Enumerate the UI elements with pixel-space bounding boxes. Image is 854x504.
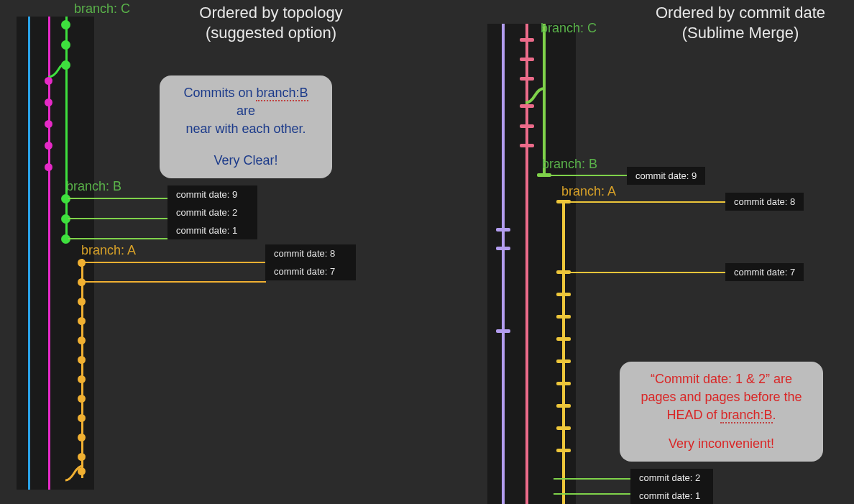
r-leader-8 (569, 201, 725, 203)
tick-pink-6 (520, 144, 534, 147)
tick-yellow-3 (556, 293, 571, 296)
right-callout-l2: pages and pages before the (633, 388, 810, 406)
right-branch-b: branch: B (542, 157, 597, 172)
left-commit-2: commit date: 2 (167, 203, 257, 221)
tick-pink-2 (520, 58, 534, 61)
dot-orange-6 (78, 356, 86, 364)
left-callout-line2: near with each other. (173, 120, 319, 138)
leader-b-9 (68, 198, 169, 199)
left-title: Ordered by topology (suggested option) (178, 3, 364, 42)
dot-green-b3 (61, 234, 70, 244)
left-commit-9: commit date: 9 (167, 185, 257, 203)
left-branch-b: branch: B (66, 179, 121, 194)
dot-orange-5 (78, 336, 86, 344)
tick-yellow-9 (556, 426, 571, 430)
leader-a-7 (84, 281, 266, 283)
right-line-purple (502, 24, 505, 504)
left-callout-line3: Very Clear! (173, 152, 319, 170)
tick-yellow-7 (556, 382, 571, 385)
dot-orange-11 (78, 453, 86, 461)
left-commit-7: commit date: 7 (265, 262, 356, 280)
r-leader-2 (554, 478, 631, 480)
right-commit-8: commit date: 8 (725, 193, 804, 211)
left-branch-c: branch: C (74, 1, 130, 17)
dot-orange-9 (78, 414, 86, 422)
leader-b-2 (68, 218, 169, 219)
left-line-magenta (48, 17, 50, 490)
right-callout-l4: Very inconvenient! (633, 435, 810, 453)
left-line-green (65, 17, 68, 239)
dot-green-b2 (61, 214, 70, 224)
left-line-orange (81, 259, 83, 478)
left-title-line2: (suggested option) (178, 23, 364, 43)
dot-orange-1 (78, 259, 86, 267)
dot-magenta-3 (45, 120, 52, 128)
leader-a-8 (84, 262, 266, 263)
right-commit-2: commit date: 2 (630, 469, 713, 487)
dot-green-3 (61, 60, 70, 70)
tick-yellow-5 (556, 337, 571, 341)
tick-purple-2 (496, 247, 510, 250)
dot-orange-3 (78, 298, 86, 306)
left-commit-8: commit date: 8 (265, 244, 356, 262)
right-line-yellow (562, 200, 565, 504)
dot-magenta-5 (45, 163, 52, 171)
right-title-line1: Ordered by commit date (640, 3, 841, 23)
dot-orange-2 (78, 278, 86, 286)
dot-magenta-4 (45, 142, 52, 150)
left-a-commits: commit date: 8 commit date: 7 (265, 244, 356, 280)
right-title: Ordered by commit date (Sublime Merge) (640, 3, 841, 42)
r-leader-9 (549, 175, 627, 176)
tick-yellow-4 (556, 315, 571, 319)
dot-green-head (61, 20, 70, 29)
right-title-line2: (Sublime Merge) (640, 23, 841, 43)
right-commit-21: commit date: 2 commit date: 1 (630, 469, 713, 504)
left-line-blue (28, 17, 30, 490)
dot-orange-10 (78, 434, 86, 441)
left-commit-1: commit date: 1 (167, 221, 257, 239)
leader-b-1 (68, 238, 169, 239)
right-branch-c: branch: C (541, 21, 597, 36)
tick-yellow-10 (556, 449, 571, 452)
tick-pink-4 (520, 104, 534, 108)
right-callout: “Commit date: 1 & 2” are pages and pages… (620, 362, 823, 462)
tick-pink-3 (520, 77, 534, 81)
dot-green-b1 (61, 194, 70, 203)
right-green-merge (525, 88, 546, 104)
right-commit-1: commit date: 1 (630, 487, 713, 504)
r-leader-1 (554, 493, 631, 495)
dot-magenta-1 (45, 77, 52, 85)
left-callout: Commits on branch:B are near with each o… (160, 75, 332, 178)
left-branch-a: branch: A (81, 243, 136, 258)
right-branch-a: branch: A (561, 184, 616, 199)
right-commit-7: commit date: 7 (725, 263, 804, 281)
r-leader-7 (569, 272, 725, 273)
dot-orange-8 (78, 395, 86, 403)
left-title-line1: Ordered by topology (178, 3, 364, 23)
dot-orange-12 (78, 467, 86, 475)
right-commit-9: commit date: 9 (627, 167, 705, 185)
left-callout-line1: Commits on branch:B are (173, 84, 319, 120)
tick-yellow-8 (556, 404, 571, 408)
tick-pink-5 (520, 124, 534, 128)
dot-green-2 (61, 40, 70, 50)
tick-purple-3 (496, 329, 510, 333)
tick-yellow-6 (556, 359, 571, 363)
tick-pink-1 (520, 38, 534, 42)
right-callout-l1: “Commit date: 1 & 2” are (633, 370, 810, 388)
dot-orange-7 (78, 375, 86, 383)
tick-purple-1 (496, 228, 510, 232)
left-b-commits: commit date: 9 commit date: 2 commit dat… (167, 185, 257, 239)
dot-orange-4 (78, 317, 86, 325)
dot-magenta-2 (45, 98, 52, 106)
right-callout-l3: HEAD of branch:B. (633, 406, 810, 424)
